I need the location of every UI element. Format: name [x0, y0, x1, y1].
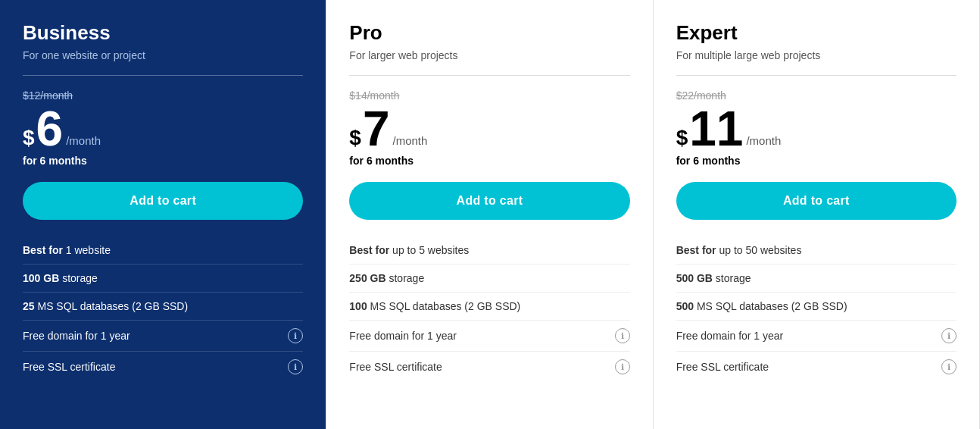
plan-price-suffix-business: /month — [66, 134, 101, 153]
info-icon-business-4[interactable]: ℹ — [288, 359, 303, 374]
plan-card-expert: ExpertFor multiple large web projects$22… — [654, 0, 980, 429]
features-list-pro: Best for up to 5 websites250 GB storage1… — [349, 236, 629, 382]
feature-text-pro-0: Best for up to 5 websites — [349, 244, 469, 256]
plan-original-price-business: $12/month — [23, 89, 303, 102]
feature-item-expert-0: Best for up to 50 websites — [676, 236, 957, 265]
plan-tagline-business: For one website or project — [23, 49, 303, 61]
plan-price-number-business: 6 — [36, 105, 64, 153]
feature-text-pro-2: 100 MS SQL databases (2 GB SSD) — [349, 300, 520, 312]
plan-price-number-expert: 11 — [689, 105, 743, 153]
plan-dollar-sign-pro: $ — [349, 127, 361, 153]
feature-text-pro-4: Free SSL certificate — [349, 361, 442, 373]
plan-price-row-pro: $7/month — [349, 105, 629, 153]
features-list-business: Best for 1 website100 GB storage25 MS SQ… — [23, 236, 303, 382]
plan-original-price-pro: $14/month — [349, 89, 629, 102]
plan-original-price-expert: $22/month — [676, 89, 957, 102]
feature-item-expert-2: 500 MS SQL databases (2 GB SSD) — [676, 293, 957, 321]
info-icon-pro-4[interactable]: ℹ — [615, 359, 630, 374]
feature-text-business-0: Best for 1 website — [23, 244, 111, 256]
add-to-cart-button-business[interactable]: Add to cart — [23, 182, 303, 220]
plan-divider-business — [23, 75, 303, 76]
plan-tagline-expert: For multiple large web projects — [676, 49, 957, 61]
features-list-expert: Best for up to 50 websites500 GB storage… — [676, 236, 957, 382]
info-icon-expert-3[interactable]: ℹ — [941, 328, 957, 343]
plan-price-row-expert: $11/month — [676, 105, 957, 153]
feature-item-pro-0: Best for up to 5 websites — [349, 236, 629, 265]
info-icon-business-3[interactable]: ℹ — [288, 328, 303, 343]
feature-text-business-3: Free domain for 1 year — [23, 330, 130, 342]
feature-text-pro-3: Free domain for 1 year — [349, 330, 457, 342]
plan-price-period-expert: for 6 months — [676, 155, 957, 167]
plan-price-row-business: $6/month — [23, 105, 303, 153]
feature-item-business-4: Free SSL certificateℹ — [23, 352, 303, 382]
plan-price-period-pro: for 6 months — [349, 155, 629, 167]
feature-item-business-1: 100 GB storage — [23, 265, 303, 293]
feature-item-pro-3: Free domain for 1 yearℹ — [349, 321, 629, 352]
plan-card-business: BusinessFor one website or project$12/mo… — [0, 0, 326, 429]
feature-text-business-2: 25 MS SQL databases (2 GB SSD) — [23, 300, 188, 312]
plan-name-pro: Pro — [349, 21, 629, 45]
feature-item-business-2: 25 MS SQL databases (2 GB SSD) — [23, 293, 303, 321]
plan-divider-expert — [676, 75, 957, 76]
feature-item-pro-4: Free SSL certificateℹ — [349, 352, 629, 382]
plans-container: BusinessFor one website or project$12/mo… — [0, 0, 980, 429]
plan-divider-pro — [349, 75, 629, 76]
feature-text-expert-3: Free domain for 1 year — [676, 330, 784, 342]
plan-price-number-pro: 7 — [363, 105, 390, 153]
info-icon-expert-4[interactable]: ℹ — [941, 359, 957, 374]
feature-text-pro-1: 250 GB storage — [349, 272, 424, 284]
plan-price-suffix-pro: /month — [393, 134, 428, 153]
plan-tagline-pro: For larger web projects — [349, 49, 629, 61]
plan-price-period-business: for 6 months — [23, 155, 303, 167]
feature-text-expert-4: Free SSL certificate — [676, 361, 769, 373]
feature-item-pro-2: 100 MS SQL databases (2 GB SSD) — [349, 293, 629, 321]
add-to-cart-button-expert[interactable]: Add to cart — [676, 182, 957, 220]
feature-item-business-0: Best for 1 website — [23, 236, 303, 265]
plan-name-business: Business — [23, 21, 303, 45]
plan-dollar-sign-expert: $ — [676, 127, 688, 153]
feature-item-business-3: Free domain for 1 yearℹ — [23, 321, 303, 352]
feature-item-expert-1: 500 GB storage — [676, 265, 957, 293]
plan-name-expert: Expert — [676, 21, 957, 45]
feature-text-expert-2: 500 MS SQL databases (2 GB SSD) — [676, 300, 847, 312]
plan-price-suffix-expert: /month — [746, 134, 781, 153]
feature-text-business-1: 100 GB storage — [23, 272, 98, 284]
add-to-cart-button-pro[interactable]: Add to cart — [349, 182, 629, 220]
feature-text-expert-0: Best for up to 50 websites — [676, 244, 802, 256]
plan-card-pro: ProFor larger web projects$14/month$7/mo… — [326, 0, 653, 429]
feature-item-expert-4: Free SSL certificateℹ — [676, 352, 957, 382]
info-icon-pro-3[interactable]: ℹ — [615, 328, 630, 343]
feature-text-expert-1: 500 GB storage — [676, 272, 751, 284]
feature-item-expert-3: Free domain for 1 yearℹ — [676, 321, 957, 352]
feature-item-pro-1: 250 GB storage — [349, 265, 629, 293]
plan-dollar-sign-business: $ — [23, 127, 35, 153]
feature-text-business-4: Free SSL certificate — [23, 361, 115, 373]
